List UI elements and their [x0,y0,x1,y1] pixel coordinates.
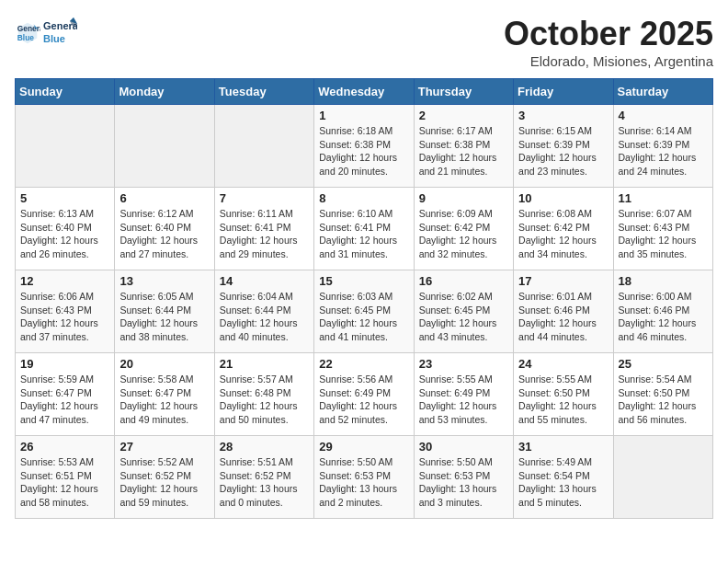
calendar-cell: 31Sunrise: 5:49 AM Sunset: 6:54 PM Dayli… [514,436,613,519]
weekday-header-saturday: Saturday [613,79,712,105]
day-number: 4 [619,109,708,122]
calendar-cell: 29Sunrise: 5:50 AM Sunset: 6:53 PM Dayli… [314,436,414,519]
calendar-cell: 1Sunrise: 6:18 AM Sunset: 6:38 PM Daylig… [314,105,414,188]
calendar-table: SundayMondayTuesdayWednesdayThursdayFrid… [15,78,713,519]
day-info: Sunrise: 5:49 AM Sunset: 6:54 PM Dayligh… [518,455,608,510]
day-number: 12 [20,274,109,288]
weekday-header-tuesday: Tuesday [214,79,313,105]
day-info: Sunrise: 5:57 AM Sunset: 6:48 PM Dayligh… [220,373,309,427]
calendar-cell: 4Sunrise: 6:14 AM Sunset: 6:39 PM Daylig… [613,105,712,188]
calendar-cell [613,436,712,519]
day-number: 30 [419,440,508,454]
calendar-week-2: 5Sunrise: 6:13 AM Sunset: 6:40 PM Daylig… [16,188,713,270]
day-number: 15 [319,274,408,288]
day-number: 10 [518,191,608,205]
weekday-header-friday: Friday [514,79,613,105]
day-info: Sunrise: 6:04 AM Sunset: 6:44 PM Dayligh… [220,290,309,344]
day-info: Sunrise: 6:15 AM Sunset: 6:39 PM Dayligh… [518,124,608,178]
weekday-header-sunday: Sunday [16,79,115,105]
calendar-cell: 25Sunrise: 5:54 AM Sunset: 6:50 PM Dayli… [613,353,712,436]
day-info: Sunrise: 6:18 AM Sunset: 6:38 PM Dayligh… [319,124,408,178]
day-number: 1 [319,109,408,122]
calendar-cell: 9Sunrise: 6:09 AM Sunset: 6:42 PM Daylig… [414,188,513,270]
logo-icon: General Blue [15,19,40,45]
day-number: 28 [220,440,309,454]
calendar-cell: 10Sunrise: 6:08 AM Sunset: 6:42 PM Dayli… [514,188,613,270]
weekday-header-row: SundayMondayTuesdayWednesdayThursdayFrid… [16,79,713,105]
day-info: Sunrise: 6:12 AM Sunset: 6:40 PM Dayligh… [119,207,209,261]
day-number: 14 [220,274,309,288]
calendar-cell: 12Sunrise: 6:06 AM Sunset: 6:43 PM Dayli… [16,270,115,353]
day-number: 8 [319,191,408,205]
day-info: Sunrise: 6:09 AM Sunset: 6:42 PM Dayligh… [419,207,508,261]
page-header: General Blue General Blue October 2025 E… [15,15,713,69]
calendar-week-3: 12Sunrise: 6:06 AM Sunset: 6:43 PM Dayli… [16,270,713,353]
day-number: 22 [319,357,408,371]
day-number: 27 [119,440,209,454]
day-info: Sunrise: 6:01 AM Sunset: 6:46 PM Dayligh… [518,290,608,344]
day-info: Sunrise: 6:08 AM Sunset: 6:42 PM Dayligh… [518,207,608,261]
calendar-cell: 27Sunrise: 5:52 AM Sunset: 6:52 PM Dayli… [115,436,214,519]
calendar-week-4: 19Sunrise: 5:59 AM Sunset: 6:47 PM Dayli… [16,353,713,436]
day-info: Sunrise: 6:00 AM Sunset: 6:46 PM Dayligh… [619,290,708,344]
day-number: 6 [119,191,209,205]
location-subtitle: Eldorado, Misiones, Argentina [504,53,713,69]
day-number: 5 [20,191,109,205]
day-number: 20 [119,357,209,371]
day-number: 17 [518,274,608,288]
logo: General Blue General Blue [15,15,77,50]
calendar-cell: 24Sunrise: 5:55 AM Sunset: 6:50 PM Dayli… [514,353,613,436]
day-number: 18 [619,274,708,288]
calendar-cell: 15Sunrise: 6:03 AM Sunset: 6:45 PM Dayli… [314,270,414,353]
day-info: Sunrise: 5:56 AM Sunset: 6:49 PM Dayligh… [319,373,408,427]
day-info: Sunrise: 5:50 AM Sunset: 6:53 PM Dayligh… [319,455,408,510]
calendar-cell [214,105,313,188]
day-info: Sunrise: 6:06 AM Sunset: 6:43 PM Dayligh… [20,290,109,344]
day-number: 2 [419,109,508,122]
calendar-cell: 23Sunrise: 5:55 AM Sunset: 6:49 PM Dayli… [414,353,513,436]
day-info: Sunrise: 6:03 AM Sunset: 6:45 PM Dayligh… [319,290,408,344]
day-info: Sunrise: 6:07 AM Sunset: 6:43 PM Dayligh… [619,207,708,261]
calendar-cell: 8Sunrise: 6:10 AM Sunset: 6:41 PM Daylig… [314,188,414,270]
calendar-cell: 16Sunrise: 6:02 AM Sunset: 6:45 PM Dayli… [414,270,513,353]
calendar-cell: 14Sunrise: 6:04 AM Sunset: 6:44 PM Dayli… [214,270,313,353]
day-info: Sunrise: 6:05 AM Sunset: 6:44 PM Dayligh… [119,290,209,344]
day-number: 21 [220,357,309,371]
calendar-cell: 26Sunrise: 5:53 AM Sunset: 6:51 PM Dayli… [16,436,115,519]
day-info: Sunrise: 5:58 AM Sunset: 6:47 PM Dayligh… [119,373,209,427]
day-info: Sunrise: 5:50 AM Sunset: 6:53 PM Dayligh… [419,455,508,510]
logo-graphic: General Blue [42,15,77,50]
calendar-cell: 11Sunrise: 6:07 AM Sunset: 6:43 PM Dayli… [613,188,712,270]
calendar-cell: 30Sunrise: 5:50 AM Sunset: 6:53 PM Dayli… [414,436,513,519]
day-info: Sunrise: 6:10 AM Sunset: 6:41 PM Dayligh… [319,207,408,261]
calendar-cell: 19Sunrise: 5:59 AM Sunset: 6:47 PM Dayli… [16,353,115,436]
day-info: Sunrise: 5:53 AM Sunset: 6:51 PM Dayligh… [20,455,109,510]
day-number: 11 [619,191,708,205]
day-number: 29 [319,440,408,454]
calendar-cell: 22Sunrise: 5:56 AM Sunset: 6:49 PM Dayli… [314,353,414,436]
weekday-header-thursday: Thursday [414,79,513,105]
calendar-cell: 7Sunrise: 6:11 AM Sunset: 6:41 PM Daylig… [214,188,313,270]
day-number: 25 [619,357,708,371]
day-number: 19 [20,357,109,371]
day-number: 24 [518,357,608,371]
day-number: 16 [419,274,508,288]
day-number: 3 [518,109,608,122]
day-info: Sunrise: 6:14 AM Sunset: 6:39 PM Dayligh… [619,124,708,178]
day-info: Sunrise: 6:17 AM Sunset: 6:38 PM Dayligh… [419,124,508,178]
day-info: Sunrise: 5:59 AM Sunset: 6:47 PM Dayligh… [20,373,109,427]
calendar-cell: 5Sunrise: 6:13 AM Sunset: 6:40 PM Daylig… [16,188,115,270]
day-info: Sunrise: 6:11 AM Sunset: 6:41 PM Dayligh… [220,207,309,261]
calendar-cell: 21Sunrise: 5:57 AM Sunset: 6:48 PM Dayli… [214,353,313,436]
day-info: Sunrise: 6:02 AM Sunset: 6:45 PM Dayligh… [419,290,508,344]
day-info: Sunrise: 5:51 AM Sunset: 6:52 PM Dayligh… [220,455,309,510]
day-number: 26 [20,440,109,454]
calendar-cell: 18Sunrise: 6:00 AM Sunset: 6:46 PM Dayli… [613,270,712,353]
calendar-cell: 17Sunrise: 6:01 AM Sunset: 6:46 PM Dayli… [514,270,613,353]
calendar-cell: 2Sunrise: 6:17 AM Sunset: 6:38 PM Daylig… [414,105,513,188]
day-number: 23 [419,357,508,371]
calendar-week-5: 26Sunrise: 5:53 AM Sunset: 6:51 PM Dayli… [16,436,713,519]
calendar-cell [115,105,214,188]
day-number: 31 [518,440,608,454]
weekday-header-wednesday: Wednesday [314,79,414,105]
